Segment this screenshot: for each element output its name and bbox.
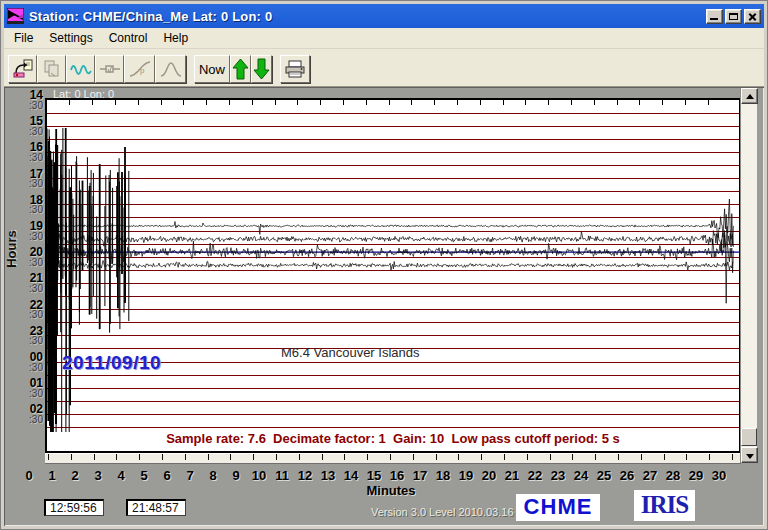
half-hour-label: :30 [4, 283, 43, 294]
application-window: Station: CHME/China_Me Lat: 0 Lon: 0 Fil… [0, 0, 768, 530]
seismogram-canvas [47, 100, 739, 451]
down-triangle-icon [746, 454, 754, 459]
station-code-logo: CHME [516, 494, 600, 521]
minute-label-15: 15 [363, 468, 385, 483]
x-axis-title: Minutes [349, 483, 433, 498]
minute-label-5: 5 [133, 468, 155, 483]
maximize-icon [729, 13, 738, 20]
minute-label-16: 16 [386, 468, 408, 483]
minute-label-27: 27 [639, 468, 661, 483]
up-triangle-icon [746, 94, 754, 99]
green-up-arrow-icon [232, 58, 249, 80]
scrollbar-up-button[interactable] [741, 88, 758, 104]
current-time-field[interactable]: 21:48:57 [126, 499, 186, 516]
half-hour-label: :30 [4, 231, 43, 242]
copy-button[interactable] [37, 55, 66, 83]
half-hour-label: :30 [4, 204, 43, 215]
vertical-scrollbar[interactable] [740, 88, 757, 463]
minute-label-24: 24 [570, 468, 592, 483]
half-hour-label: :30 [4, 309, 43, 320]
minute-label-30: 30 [708, 468, 730, 483]
seismometer-button[interactable] [95, 55, 124, 83]
minute-ticks [48, 454, 739, 460]
half-hour-label: :30 [4, 178, 43, 189]
title-bar[interactable]: Station: CHME/China_Me Lat: 0 Lon: 0 [4, 4, 764, 28]
seismometer-icon [99, 59, 121, 79]
minute-label-8: 8 [202, 468, 224, 483]
menu-bar: FileSettingsControlHelp [4, 28, 764, 49]
half-hour-label: :30 [4, 100, 43, 111]
minute-label-28: 28 [662, 468, 684, 483]
version-label: Version 3.0 Level 2010.03.16 [371, 506, 514, 518]
minute-label-9: 9 [225, 468, 247, 483]
helicorder-plot[interactable] [45, 98, 741, 453]
waveform-icon [70, 59, 92, 79]
event-annotation: M6.4 Vancouver Islands [281, 345, 420, 360]
minute-label-3: 3 [87, 468, 109, 483]
half-hour-label: :30 [4, 152, 43, 163]
gaussian-button[interactable] [155, 55, 186, 83]
half-hour-label: :30 [4, 414, 43, 425]
minute-label-29: 29 [685, 468, 707, 483]
minute-label-26: 26 [616, 468, 638, 483]
menu-item-control[interactable]: Control [101, 29, 156, 47]
svg-text:p: p [140, 66, 145, 75]
minute-label-22: 22 [524, 468, 546, 483]
print-button[interactable] [280, 55, 310, 83]
half-hour-label: :30 [4, 388, 43, 399]
minute-label-18: 18 [432, 468, 454, 483]
client-area: Lat: 0 Lon: 0 Hours 14:3015:3016:3017:30… [4, 87, 764, 526]
minute-label-20: 20 [478, 468, 500, 483]
minute-label-1: 1 [41, 468, 63, 483]
half-hour-label: :30 [4, 126, 43, 137]
menu-item-settings[interactable]: Settings [41, 29, 100, 47]
minute-label-12: 12 [294, 468, 316, 483]
close-button[interactable] [744, 9, 761, 24]
minute-label-0: 0 [18, 468, 40, 483]
document-arrow-icon [12, 58, 34, 80]
minute-label-21: 21 [501, 468, 523, 483]
x-axis-strip [45, 453, 741, 464]
filter-curve-icon: p [128, 59, 152, 79]
toolbar: p Now [4, 49, 764, 87]
window-title: Station: CHME/China_Me Lat: 0 Lon: 0 [29, 9, 706, 24]
half-hour-label: :30 [4, 335, 43, 346]
minute-label-14: 14 [340, 468, 362, 483]
green-down-arrow-icon [253, 58, 270, 80]
filter-button[interactable]: p [124, 55, 155, 83]
minute-label-6: 6 [156, 468, 178, 483]
minute-label-10: 10 [248, 468, 270, 483]
scrollbar-down-button[interactable] [741, 447, 758, 463]
menu-item-file[interactable]: File [6, 29, 41, 47]
app-helicorder-icon [7, 8, 24, 24]
minimize-button[interactable] [706, 9, 723, 24]
printer-icon [283, 59, 307, 79]
half-hour-label: :30 [4, 362, 43, 373]
now-button[interactable]: Now [194, 55, 230, 83]
minute-label-17: 17 [409, 468, 431, 483]
minute-label-23: 23 [547, 468, 569, 483]
scroll-down-button[interactable] [251, 55, 272, 83]
minute-label-19: 19 [455, 468, 477, 483]
maximize-button[interactable] [725, 9, 742, 24]
recording-date-label: 2011/09/10 [62, 352, 161, 374]
bell-curve-icon [159, 59, 183, 79]
start-time-field[interactable]: 12:59:56 [44, 499, 104, 516]
scroll-up-button[interactable] [230, 55, 251, 83]
open-data-button[interactable] [8, 55, 37, 83]
minimize-icon [710, 18, 718, 20]
scrollbar-thumb[interactable] [741, 428, 757, 446]
minute-label-7: 7 [179, 468, 201, 483]
waveform-button[interactable] [66, 55, 95, 83]
minute-label-25: 25 [593, 468, 615, 483]
iris-logo: IRIS [634, 490, 695, 521]
minute-label-2: 2 [64, 468, 86, 483]
minute-label-13: 13 [317, 468, 339, 483]
half-hour-label: :30 [4, 257, 43, 268]
minute-label-11: 11 [271, 468, 293, 483]
menu-item-help[interactable]: Help [155, 29, 196, 47]
copy-icon [42, 59, 62, 79]
acquisition-info-line: Sample rate: 7.6 Decimate factor: 1 Gain… [47, 431, 739, 446]
minute-label-4: 4 [110, 468, 132, 483]
